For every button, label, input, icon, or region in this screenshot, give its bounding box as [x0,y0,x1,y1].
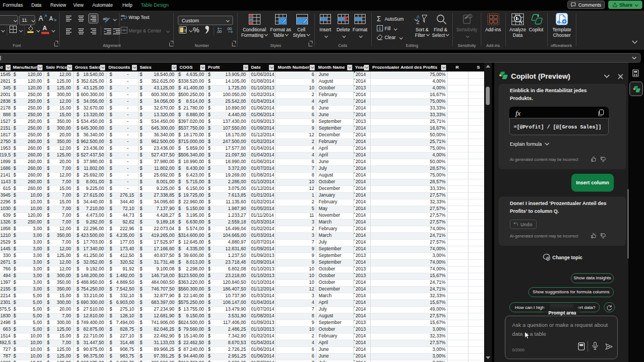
svg-text:.00: .00 [216,30,222,34]
svg-text:.00: .00 [226,27,232,31]
svg-text:c: c [121,17,122,20]
svg-text:A: A [416,14,420,20]
svg-text:Z: Z [416,20,419,25]
svg-text:9: 9 [184,28,187,33]
